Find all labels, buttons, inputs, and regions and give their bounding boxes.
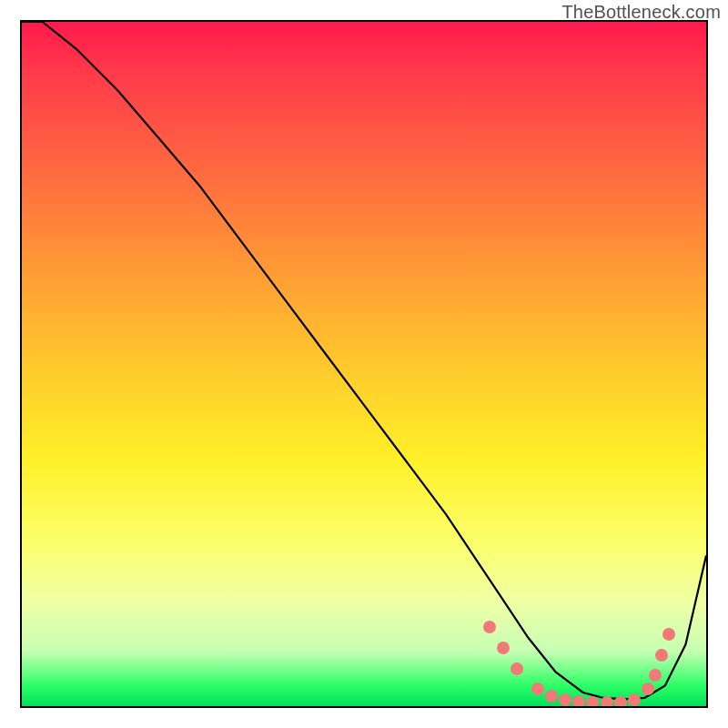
curve-marker-dot xyxy=(601,696,613,708)
plot-area xyxy=(20,20,708,708)
curve-marker-dot xyxy=(545,690,558,703)
curve-marker-dot xyxy=(649,669,662,682)
bottleneck-curve xyxy=(22,22,706,706)
curve-marker-dot xyxy=(662,628,675,641)
curve-marker-dot xyxy=(511,662,523,675)
chart-canvas: TheBottleneck.com xyxy=(0,0,728,728)
curve-marker-dot xyxy=(614,696,627,708)
curve-marker-dot xyxy=(628,693,641,706)
curve-marker-dot xyxy=(586,696,599,708)
curve-marker-dot xyxy=(655,649,668,662)
curve-marker-dot xyxy=(559,693,571,706)
